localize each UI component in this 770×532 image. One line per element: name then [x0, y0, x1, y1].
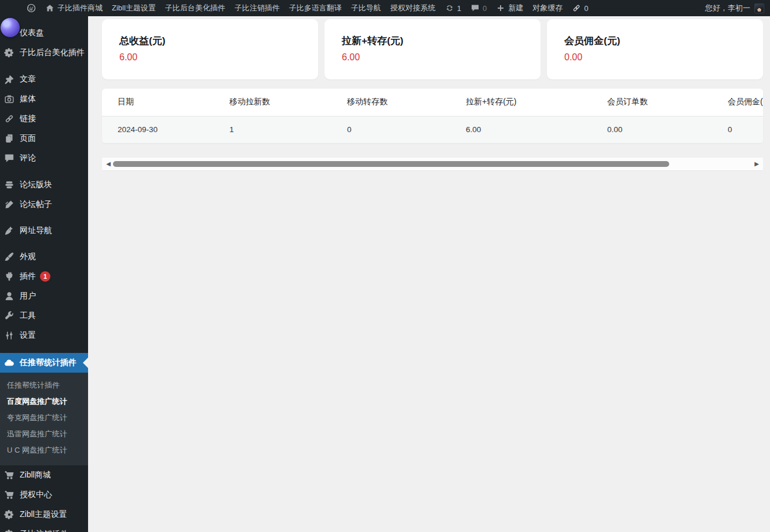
pin-icon: [4, 74, 14, 85]
sliders-icon: [4, 330, 14, 341]
cart-icon: [4, 490, 14, 500]
carrot-icon: [4, 225, 14, 236]
comments-menu[interactable]: 0: [466, 0, 491, 16]
submenu-item-uc-pan-stats[interactable]: U C 网盘推广统计: [0, 442, 88, 458]
scroll-left-arrow[interactable]: ◀: [104, 158, 113, 170]
cell-pull-transfer-yuan: 6.00: [466, 116, 607, 143]
card-member-commission: 会员佣金(元) 0.00: [547, 19, 763, 79]
gear-icon: [4, 48, 14, 58]
site-home-menu[interactable]: 子比插件商城: [41, 0, 107, 16]
sidebar-item-zibll-shop[interactable]: Zibll商城: [0, 465, 88, 485]
sidebar-item-logout-plugin[interactable]: 子比注销插件: [0, 524, 88, 532]
card-value: 6.00: [119, 52, 318, 63]
admin-sidebar: 仪表盘 子比后台美化插件 文章 媒体 链接 页面 评论 论坛版块 论坛帖子 网址…: [0, 16, 88, 532]
cart-icon: [4, 470, 14, 480]
admin-bar: 子比插件商城 Zibll主题设置 子比后台美化插件 子比注销插件 子比多语言翻译…: [0, 0, 770, 16]
comment-bubble-icon: [470, 3, 480, 13]
table-row: 2024-09-30 1 0 6.00 0.00 0: [102, 116, 763, 143]
gear-icon: [4, 529, 14, 532]
submenu-item-quark-pan-stats[interactable]: 夸克网盘推广统计: [0, 410, 88, 426]
menu-separator: [0, 63, 88, 70]
stats-table: 日期 移动拉新数 移动转存数 拉新+转存(元) 会员订单数 会员佣金(元) 20…: [102, 89, 763, 143]
card-value: 6.00: [342, 52, 541, 63]
cell-mobile-pull: 1: [229, 116, 347, 143]
sidebar-item-forum-posts[interactable]: 论坛帖子: [0, 195, 88, 214]
col-header-mobile-pull: 移动拉新数: [229, 89, 347, 116]
col-header-date: 日期: [102, 89, 229, 116]
table-header-row: 日期 移动拉新数 移动转存数 拉新+转存(元) 会员订单数 会员佣金(元): [102, 89, 763, 116]
wordpress-logo-icon[interactable]: [22, 0, 41, 16]
sidebar-item-zibll-theme-settings[interactable]: Zibll主题设置: [0, 505, 88, 524]
account-greeting[interactable]: 您好，李初一: [705, 0, 750, 16]
home-icon: [45, 3, 54, 13]
col-header-pull-transfer-yuan: 拉新+转存(元): [466, 89, 607, 116]
pages-icon: [4, 133, 14, 144]
cloud-icon: [4, 358, 14, 368]
col-header-member-orders: 会员订单数: [607, 89, 728, 116]
sidebar-item-links[interactable]: 链接: [0, 109, 88, 129]
scrollbar-thumb[interactable]: [113, 161, 669, 167]
sidebar-item-comments[interactable]: 评论: [0, 148, 88, 168]
col-header-mobile-transfer: 移动转存数: [347, 89, 466, 116]
sidebar-item-plugins[interactable]: 插件 1: [0, 267, 88, 286]
sidebar-item-users[interactable]: 用户: [0, 286, 88, 306]
cell-mobile-transfer: 0: [347, 116, 466, 143]
site-menu-label: 子比插件商城: [57, 3, 103, 13]
sidebar-item-settings[interactable]: 设置: [0, 326, 88, 345]
sidebar-item-tools[interactable]: 工具: [0, 306, 88, 326]
cell-member-orders: 0.00: [607, 116, 728, 143]
col-header-member-commission: 会员佣金(元): [728, 89, 763, 116]
stats-table-card: 日期 移动拉新数 移动转存数 拉新+转存(元) 会员订单数 会员佣金(元) 20…: [102, 89, 763, 143]
forum-icon: [4, 180, 14, 190]
sidebar-item-appearance[interactable]: 外观: [0, 247, 88, 267]
sidebar-item-site-nav[interactable]: 网址导航: [0, 221, 88, 241]
active-item-arrow: [83, 358, 88, 368]
update-icon: [445, 3, 454, 13]
update-count: 1: [457, 4, 461, 13]
adminbar-auth-system[interactable]: 授权对接系统: [386, 0, 440, 16]
comment-icon: [4, 153, 14, 163]
card-title: 总收益(元): [119, 34, 318, 48]
card-total-revenue: 总收益(元) 6.00: [102, 19, 318, 79]
chain-icon: [4, 114, 14, 124]
submenu-item-baidu-pan-stats[interactable]: 百度网盘推广统计: [0, 393, 88, 410]
horizontal-scrollbar[interactable]: ◀ ▶: [102, 158, 763, 170]
adminbar-beautify-plugin[interactable]: 子比后台美化插件: [160, 0, 230, 16]
new-label: 新建: [508, 3, 523, 13]
sidebar-item-rentuibang-stats[interactable]: 任推帮统计插件: [0, 353, 88, 373]
user-icon: [4, 291, 14, 301]
comment-count: 0: [483, 4, 487, 13]
link-count: 0: [584, 4, 588, 13]
updates-menu[interactable]: 1: [440, 0, 466, 16]
adminbar-multilang[interactable]: 子比多语言翻译: [284, 0, 346, 16]
adminbar-nav[interactable]: 子比导航: [346, 0, 386, 16]
sidebar-item-forum-sections[interactable]: 论坛版块: [0, 175, 88, 195]
floating-logo-ball[interactable]: [1, 18, 20, 37]
menu-separator: [0, 168, 88, 175]
new-content-menu[interactable]: 新建: [491, 0, 528, 16]
user-avatar[interactable]: [754, 3, 764, 13]
card-pull-transfer: 拉新+转存(元) 6.00: [324, 19, 541, 79]
plug-icon: [4, 271, 14, 282]
card-value: 0.00: [564, 52, 763, 63]
links-performance-menu[interactable]: 0: [567, 0, 593, 16]
menu-separator: [0, 345, 88, 353]
menu-separator: [0, 214, 88, 221]
sidebar-item-pages[interactable]: 页面: [0, 129, 88, 148]
main-content: 总收益(元) 6.00 拉新+转存(元) 6.00 会员佣金(元) 0.00 日…: [88, 0, 770, 170]
sidebar-item-beautify-plugin[interactable]: 子比后台美化插件: [0, 43, 88, 63]
menu-separator: [0, 241, 88, 247]
adminbar-zibll-theme-settings[interactable]: Zibll主题设置: [107, 0, 160, 16]
object-cache-menu[interactable]: 对象缓存: [528, 0, 567, 16]
submenu-item-xunlei-pan-stats[interactable]: 迅雷网盘推广统计: [0, 426, 88, 442]
card-title: 会员佣金(元): [564, 34, 763, 48]
forum-posts-icon: [4, 199, 14, 210]
scroll-right-arrow[interactable]: ▶: [752, 158, 761, 170]
sidebar-item-auth-center[interactable]: 授权中心: [0, 485, 88, 505]
sidebar-item-posts[interactable]: 文章: [0, 70, 88, 89]
sidebar-item-media[interactable]: 媒体: [0, 89, 88, 109]
wrench-icon: [4, 311, 14, 321]
plugin-update-badge: 1: [40, 271, 50, 282]
adminbar-logout-plugin[interactable]: 子比注销插件: [230, 0, 284, 16]
submenu-item-rentuibang[interactable]: 任推帮统计插件: [0, 377, 88, 393]
